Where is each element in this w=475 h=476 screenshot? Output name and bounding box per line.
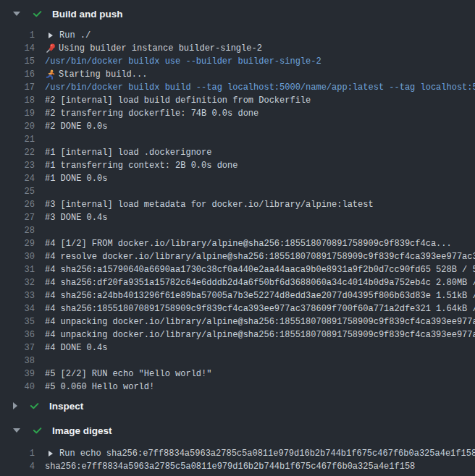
- step-header-image-digest[interactable]: Image digest: [0, 421, 475, 440]
- line-number[interactable]: 39: [0, 367, 35, 381]
- line-text: #1 [internal] load .dockerignore: [45, 146, 211, 159]
- line-number[interactable]: 20: [0, 120, 35, 133]
- line-text: #1 DONE 0.0s: [45, 172, 107, 185]
- line-text: #5 0.060 Hello world!: [45, 381, 154, 394]
- line-number[interactable]: 31: [0, 263, 35, 276]
- expander-icon[interactable]: [49, 451, 53, 456]
- line-text: #4 DONE 0.4s: [45, 341, 107, 354]
- line-number[interactable]: 15: [0, 55, 35, 68]
- line-text: #5 [2/2] RUN echo "Hello world!": [45, 367, 211, 381]
- step-header-build-and-push[interactable]: Build and push: [0, 4, 475, 23]
- line-text: #3 [internal] load metadata for docker.i…: [45, 198, 374, 211]
- chevron-down-icon[interactable]: [13, 12, 20, 16]
- line-number[interactable]: 23: [0, 159, 35, 172]
- line-text: #2 [internal] load build definition from…: [45, 94, 311, 107]
- log-line: 32 #4 sha256:df20fa9351a15782c64e6dddb2d…: [0, 276, 475, 289]
- actions-log-viewer: Build and push 1 Run ./ 14 Using builder…: [0, 0, 475, 476]
- line-number[interactable]: 38: [0, 354, 35, 367]
- line-number[interactable]: 30: [0, 250, 35, 263]
- line-text: #4 sha256:df20fa9351a15782c64e6dddb2d4a6…: [45, 276, 475, 289]
- log-line: 40 #5 0.060 Hello world!: [0, 381, 475, 394]
- line-number[interactable]: 26: [0, 198, 35, 211]
- line-number[interactable]: 33: [0, 289, 35, 302]
- step-header-inspect[interactable]: Inspect: [0, 396, 475, 415]
- log-line: 36 #4 unpacking docker.io/library/alpine…: [0, 328, 475, 341]
- line-number[interactable]: 19: [0, 107, 35, 120]
- log-line: 27 #3 DONE 0.4s: [0, 211, 475, 224]
- chevron-right-icon[interactable]: [13, 402, 17, 409]
- step-log-lines: 1 Run ./ 14 Using builder instance build…: [0, 29, 475, 394]
- log-line: 1 Run echo sha256:e7ff8834a5963a2785c5a0…: [0, 447, 475, 460]
- line-text: #3 DONE 0.4s: [45, 211, 107, 224]
- line-text: sha256:e7ff8834a5963a2785c5a0811e979d16b…: [45, 460, 415, 473]
- step-title: Build and push: [52, 9, 123, 20]
- log-line: 14 Using builder instance builder-single…: [0, 42, 475, 55]
- chevron-down-icon[interactable]: [13, 428, 20, 433]
- pushpin-icon: [45, 43, 58, 54]
- log-line: 38: [0, 354, 475, 367]
- line-number[interactable]: 29: [0, 237, 35, 250]
- line-number[interactable]: 14: [0, 42, 35, 55]
- line-text: /usr/bin/docker buildx use --builder bui…: [45, 55, 321, 68]
- line-number[interactable]: 1: [0, 29, 35, 42]
- log-line: 35 #4 unpacking docker.io/library/alpine…: [0, 315, 475, 328]
- line-number[interactable]: 18: [0, 94, 35, 107]
- line-text: Starting build...: [59, 68, 147, 81]
- line-text: Run echo sha256:e7ff8834a5963a2785c5a081…: [59, 447, 475, 460]
- line-number[interactable]: 34: [0, 302, 35, 315]
- step-log-lines: 1 Run echo sha256:e7ff8834a5963a2785c5a0…: [0, 447, 475, 473]
- line-number[interactable]: 22: [0, 146, 35, 159]
- line-number[interactable]: 28: [0, 224, 35, 237]
- line-number[interactable]: 24: [0, 172, 35, 185]
- line-text: #4 sha256:185518070891758909c9f839cf4ca3…: [45, 302, 475, 315]
- line-text: #4 sha256:a24bb4013296f61e89ba57005a7b3e…: [45, 289, 475, 302]
- log-line: 20 #2 DONE 0.0s: [0, 120, 475, 133]
- line-text: /usr/bin/docker buildx build --tag local…: [45, 81, 475, 94]
- log-line: 16 Starting build...: [0, 68, 475, 81]
- line-number[interactable]: 4: [0, 460, 35, 473]
- log-line: 4 sha256:e7ff8834a5963a2785c5a0811e979d1…: [0, 460, 475, 473]
- log-line: 34 #4 sha256:185518070891758909c9f839cf4…: [0, 302, 475, 315]
- log-line: 25: [0, 185, 475, 198]
- line-number[interactable]: 32: [0, 276, 35, 289]
- log-line: 39 #5 [2/2] RUN echo "Hello world!": [0, 367, 475, 381]
- step-title: Image digest: [52, 425, 112, 436]
- log-line: 1 Run ./: [0, 29, 475, 42]
- line-number[interactable]: 17: [0, 81, 35, 94]
- log-line: 24 #1 DONE 0.0s: [0, 172, 475, 185]
- log-line: 33 #4 sha256:a24bb4013296f61e89ba57005a7…: [0, 289, 475, 302]
- step-section: Image digest 1 Run echo sha256:e7ff8834a…: [0, 421, 475, 473]
- line-text: #4 sha256:a15790640a6690aa1730c38cf0a440…: [45, 263, 475, 276]
- line-text: #2 transferring dockerfile: 74B 0.0s don…: [45, 107, 258, 120]
- line-number[interactable]: 36: [0, 328, 35, 341]
- line-text: Run ./: [59, 29, 91, 42]
- log-line: 18 #2 [internal] load build definition f…: [0, 94, 475, 107]
- runner-icon: [45, 69, 58, 80]
- log-line: 26 #3 [internal] load metadata for docke…: [0, 198, 475, 211]
- step-section: Build and push 1 Run ./ 14 Using builder…: [0, 4, 475, 394]
- line-number[interactable]: 25: [0, 185, 35, 198]
- line-number[interactable]: 40: [0, 381, 35, 394]
- line-number[interactable]: 21: [0, 133, 35, 146]
- log-line: 17 /usr/bin/docker buildx build --tag lo…: [0, 81, 475, 94]
- line-text: #4 unpacking docker.io/library/alpine@sh…: [45, 315, 475, 328]
- line-text: #4 resolve docker.io/library/alpine@sha2…: [45, 250, 475, 263]
- line-number[interactable]: 16: [0, 68, 35, 81]
- expander-icon[interactable]: [49, 33, 53, 38]
- log-line: 29 #4 [1/2] FROM docker.io/library/alpin…: [0, 237, 475, 250]
- line-number[interactable]: 37: [0, 341, 35, 354]
- line-text: Using builder instance builder-single-2: [59, 42, 262, 55]
- line-number[interactable]: 1: [0, 447, 35, 460]
- check-icon: [32, 9, 43, 20]
- log-line: 28: [0, 224, 475, 237]
- log-line: 23 #1 transferring context: 2B 0.0s done: [0, 159, 475, 172]
- log-line: 22 #1 [internal] load .dockerignore: [0, 146, 475, 159]
- line-number[interactable]: 27: [0, 211, 35, 224]
- log-line: 19 #2 transferring dockerfile: 74B 0.0s …: [0, 107, 475, 120]
- line-text: #2 DONE 0.0s: [45, 120, 107, 133]
- log-line: 37 #4 DONE 0.4s: [0, 341, 475, 354]
- line-number[interactable]: 35: [0, 315, 35, 328]
- log-line: 31 #4 sha256:a15790640a6690aa1730c38cf0a…: [0, 263, 475, 276]
- step-section: Inspect: [0, 396, 475, 415]
- log-line: 30 #4 resolve docker.io/library/alpine@s…: [0, 250, 475, 263]
